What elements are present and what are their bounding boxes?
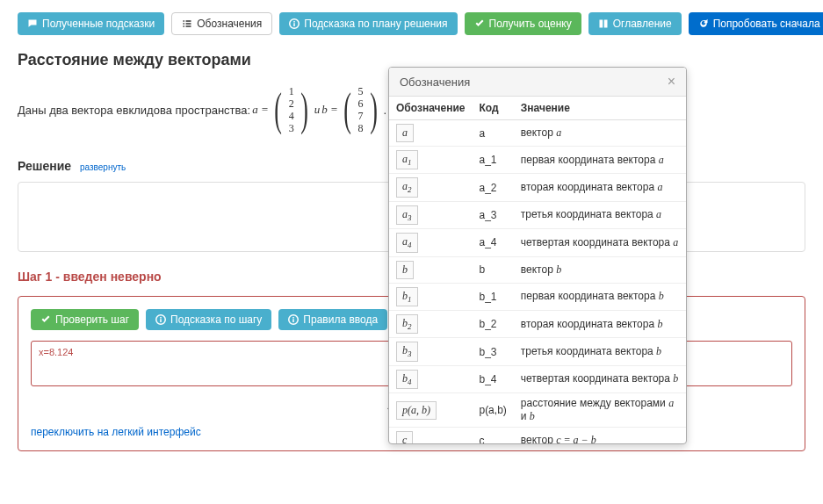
info-icon — [288, 314, 299, 325]
col-code: Код — [472, 97, 513, 120]
meaning-cell: вектор a — [514, 120, 686, 147]
code-cell: p(a,b) — [472, 393, 513, 428]
table-header-row: Обозначение Код Значение — [389, 97, 686, 120]
code-cell: a_2 — [472, 174, 513, 201]
symbol-badge[interactable]: b2 — [396, 314, 418, 334]
symbol-cell: c — [389, 428, 472, 443]
panel-header[interactable]: Обозначения × — [389, 68, 686, 97]
meaning-cell: четвертая координата вектора a — [514, 229, 686, 256]
and-text: и — [314, 103, 321, 117]
toc-button[interactable]: Оглавление — [588, 12, 682, 35]
top-toolbar: Полученные подсказки Обозначения Подсказ… — [18, 12, 805, 35]
symbol-cell: a2 — [389, 174, 472, 201]
a-column: 1 2 4 3 — [289, 85, 294, 134]
refresh-icon — [698, 18, 709, 29]
notation-panel: Обозначения × Обозначение Код Значение a… — [388, 67, 687, 444]
table-row: bbвектор b — [389, 256, 686, 283]
b-equals: b = — [321, 103, 338, 117]
code-cell: b — [472, 256, 513, 283]
table-row: a3a_3третья координата вектора a — [389, 201, 686, 228]
expand-link[interactable]: развернуть — [80, 162, 126, 172]
col-symbol: Обозначение — [389, 97, 472, 120]
panel-title: Обозначения — [400, 76, 470, 89]
vector-b: ( 5 6 7 8 ) — [340, 85, 382, 134]
symbol-cell: a — [389, 120, 472, 147]
list-icon — [182, 18, 192, 29]
check-step-button[interactable]: Проверить шаг — [31, 309, 139, 330]
info-icon — [289, 18, 300, 29]
rparen-icon: ) — [301, 87, 309, 133]
meaning-cell: вектор b — [514, 256, 686, 283]
btn-label: Оглавление — [613, 18, 672, 30]
btn-label: Подсказка по шагу — [170, 313, 262, 326]
code-cell: b_2 — [472, 310, 513, 337]
symbol-badge[interactable]: a3 — [396, 205, 418, 225]
symbol-badge[interactable]: b3 — [396, 342, 418, 361]
code-cell: a_1 — [472, 147, 513, 174]
meaning-cell: четвертая координата вектора b — [514, 365, 686, 392]
code-cell: c — [472, 428, 513, 443]
meaning-cell: третья координата вектора a — [514, 201, 686, 228]
symbol-badge[interactable]: a1 — [396, 150, 418, 169]
code-cell: b_3 — [472, 338, 513, 365]
btn-label: Проверить шаг — [55, 313, 129, 326]
meaning-cell: расстояние между векторами a и b — [514, 393, 686, 428]
meaning-cell: вторая координата вектора b — [514, 310, 686, 337]
book-icon — [598, 18, 609, 29]
symbol-badge[interactable]: b — [396, 261, 414, 279]
notation-button[interactable]: Обозначения — [171, 12, 272, 35]
retry-button[interactable]: Попробовать сначала — [689, 12, 823, 35]
received-hints-button[interactable]: Полученные подсказки — [18, 12, 164, 35]
code-cell: a_4 — [472, 229, 513, 256]
table-row: b1b_1первая координата вектора b — [389, 283, 686, 310]
symbol-badge[interactable]: p(a, b) — [396, 401, 437, 420]
meaning-cell: вектор c = a − b — [514, 428, 686, 443]
comment-icon — [27, 18, 38, 29]
lparen-icon: ( — [343, 87, 351, 133]
meaning-cell: первая координата вектора b — [514, 283, 686, 310]
a-equals: a = — [252, 103, 269, 117]
col-meaning: Значение — [514, 97, 686, 120]
symbol-cell: b2 — [389, 310, 472, 337]
get-grade-button[interactable]: Получить оценку — [465, 12, 581, 35]
plan-hint-button[interactable]: Подсказка по плану решения — [279, 12, 457, 35]
symbol-badge[interactable]: a — [396, 124, 414, 142]
table-row: p(a, b)p(a,b)расстояние между векторами … — [389, 393, 686, 428]
step-hint-button[interactable]: Подсказка по шагу — [146, 309, 271, 330]
panel-body: Обозначение Код Значение aaвектор aa1a_1… — [389, 97, 686, 443]
symbol-badge[interactable]: c — [396, 431, 413, 443]
b-column: 5 6 7 8 — [358, 85, 364, 134]
symbol-cell: b4 — [389, 365, 472, 392]
code-cell: b_1 — [472, 283, 513, 310]
btn-label: Полученные подсказки — [42, 18, 155, 30]
table-row: a1a_1первая координата вектора a — [389, 147, 686, 174]
btn-label: Правила ввода — [303, 313, 378, 326]
table-row: b4b_4четвертая координата вектора b — [389, 365, 686, 392]
btn-label: Получить оценку — [489, 18, 572, 30]
table-row: aaвектор a — [389, 120, 686, 147]
close-icon[interactable]: × — [668, 75, 675, 89]
info-icon — [155, 314, 166, 325]
symbol-cell: a3 — [389, 201, 472, 228]
symbol-cell: b1 — [389, 283, 472, 310]
code-cell: a — [472, 120, 513, 147]
vector-a: ( 1 2 4 3 ) — [271, 85, 313, 134]
switch-interface-link[interactable]: переключить на легкий интерфейс — [31, 426, 201, 438]
table-row: ccвектор c = a − b — [389, 428, 686, 443]
symbol-badge[interactable]: a4 — [396, 233, 418, 252]
meaning-cell: первая координата вектора a — [514, 147, 686, 174]
symbol-badge[interactable]: b1 — [396, 287, 418, 306]
meaning-cell: вторая координата вектора a — [514, 174, 686, 201]
notation-table: Обозначение Код Значение aaвектор aa1a_1… — [389, 97, 686, 443]
symbol-badge[interactable]: a2 — [396, 177, 418, 197]
btn-label: Подсказка по плану решения — [304, 18, 447, 30]
symbol-cell: b3 — [389, 338, 472, 365]
table-row: a4a_4четвертая координата вектора a — [389, 229, 686, 256]
meaning-cell: третья координата вектора b — [514, 338, 686, 365]
table-row: a2a_2вторая координата вектора a — [389, 174, 686, 201]
code-cell: b_4 — [472, 365, 513, 392]
table-row: b2b_2вторая координата вектора b — [389, 310, 686, 337]
input-rules-button[interactable]: Правила ввода — [278, 309, 387, 330]
symbol-badge[interactable]: b4 — [396, 370, 418, 389]
symbol-cell: a4 — [389, 229, 472, 256]
